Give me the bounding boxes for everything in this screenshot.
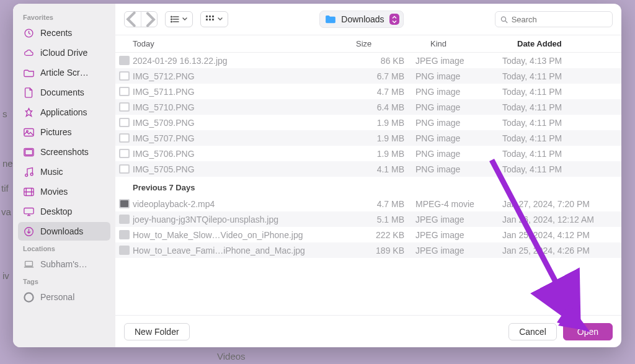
svg-rect-4 <box>25 149 32 155</box>
file-name: IMG_5712.PNG <box>133 71 341 81</box>
column-header[interactable]: Today Size Kind Date Added <box>115 35 621 53</box>
file-kind: PNG image <box>415 102 502 112</box>
view-list-button[interactable] <box>165 11 193 27</box>
file-thumb-icon <box>119 87 130 96</box>
chevron-down-icon <box>182 17 187 21</box>
sidebar-item-label: iCloud Drive <box>40 48 87 58</box>
location-updown-icon <box>389 14 399 25</box>
sidebar-heading: Favorites <box>13 10 115 23</box>
search-field[interactable] <box>495 11 613 27</box>
laptop-icon <box>23 259 34 270</box>
search-input[interactable] <box>512 15 607 24</box>
svg-rect-24 <box>206 19 208 20</box>
cancel-button[interactable]: Cancel <box>508 323 557 340</box>
new-folder-button[interactable]: New Folder <box>124 323 190 340</box>
chevron-down-icon <box>218 17 223 21</box>
file-row[interactable]: IMG_5712.PNG6.7 MBPNG imageToday, 4:11 P… <box>115 68 621 84</box>
sidebar-item-documents[interactable]: Documents <box>18 83 110 102</box>
col-size[interactable]: Size <box>356 39 430 48</box>
file-thumb-icon <box>119 133 130 143</box>
sidebar-item-music[interactable]: Music <box>18 162 110 181</box>
sidebar-item-article-scr-[interactable]: Article Scr… <box>18 63 110 82</box>
sidebar-item-screenshots[interactable]: Screenshots <box>18 143 110 161</box>
doc-icon <box>23 87 34 98</box>
open-dialog: FavoritesRecentsiCloud DriveArticle Scr…… <box>13 4 621 347</box>
file-date: Jan 25, 2024, 4:12 PM <box>502 230 621 240</box>
file-row[interactable]: IMG_5711.PNG4.7 MBPNG imageToday, 4:11 P… <box>115 84 621 99</box>
group-heading: Previous 7 Days <box>115 177 621 196</box>
file-name: IMG_5706.PNG <box>133 149 341 159</box>
file-row[interactable]: IMG_5709.PNG1.9 MBPNG imageToday, 4:11 P… <box>115 115 621 130</box>
col-name[interactable]: Today <box>133 39 356 48</box>
file-kind: PNG image <box>415 164 502 174</box>
sidebar-item-pictures[interactable]: Pictures <box>18 123 110 141</box>
file-date: Today, 4:11 PM <box>502 149 621 159</box>
camera-icon <box>23 146 34 158</box>
search-icon <box>500 16 508 24</box>
file-row[interactable]: How_to_Leave_Fami…iPhone_and_Mac.jpg189 … <box>115 242 621 258</box>
location-label: Downloads <box>341 14 384 24</box>
svg-point-20 <box>171 21 172 22</box>
file-name: IMG_5707.PNG <box>133 133 341 143</box>
file-row[interactable]: IMG_5707.PNG1.9 MBPNG imageToday, 4:11 P… <box>115 130 621 146</box>
sidebar-item-label: Screenshots <box>40 147 89 157</box>
sidebar-heading: Tags <box>13 274 115 287</box>
file-kind: PNG image <box>415 118 502 128</box>
desktop-icon <box>23 206 34 217</box>
file-name: IMG_5705.PNG <box>133 164 341 174</box>
file-name: How_to_Leave_Fami…iPhone_and_Mac.jpg <box>133 246 341 255</box>
file-row[interactable]: How_to_Make_Slow…Video_on_iPhone.jpg222 … <box>115 227 621 242</box>
sidebar-item-applications[interactable]: Applications <box>18 103 110 122</box>
sidebar-item-recents[interactable]: Recents <box>18 24 110 42</box>
file-row[interactable]: videoplayback-2.mp44.7 MBMPEG-4 movieJan… <box>115 196 621 211</box>
file-name: videoplayback-2.mp4 <box>133 199 341 209</box>
sidebar-item-subham-s-[interactable]: Subham's… <box>18 255 110 273</box>
svg-rect-13 <box>25 261 32 266</box>
file-row[interactable]: IMG_5705.PNG4.1 MBPNG imageToday, 4:11 P… <box>115 161 621 177</box>
film-icon <box>23 186 34 197</box>
col-date-added[interactable]: Date Added <box>517 39 621 48</box>
file-row[interactable]: 2024-01-29 16.13.22.jpg86 KBJPEG imageTo… <box>115 53 621 68</box>
svg-rect-11 <box>24 208 33 213</box>
sidebar-item-icloud-drive[interactable]: iCloud Drive <box>18 43 110 62</box>
svg-rect-21 <box>206 16 208 17</box>
sidebar-item-label: Downloads <box>40 226 83 236</box>
sidebar-item-movies[interactable]: Movies <box>18 182 110 201</box>
toolbar: Downloads <box>115 4 621 35</box>
col-kind[interactable]: Kind <box>430 39 517 48</box>
sidebar-heading: Locations <box>13 241 115 254</box>
file-thumb-icon <box>119 102 130 112</box>
nav-back-button[interactable] <box>125 12 141 27</box>
file-date: Jan 25, 2024, 4:26 PM <box>502 246 621 255</box>
location-popup[interactable]: Downloads <box>319 11 403 28</box>
file-date: Today, 4:11 PM <box>502 118 621 128</box>
file-row[interactable]: joey-huang-jg3NTQilepo-unsplash.jpg5.1 M… <box>115 211 621 227</box>
file-size: 4.7 MB <box>341 87 415 97</box>
open-button[interactable]: Open <box>563 323 613 340</box>
sidebar-item-label: Pictures <box>40 127 72 137</box>
nav-forward-button[interactable] <box>141 12 157 27</box>
file-name: IMG_5710.PNG <box>133 102 341 112</box>
file-row[interactable]: IMG_5710.PNG6.4 MBPNG imageToday, 4:11 P… <box>115 99 621 115</box>
file-row[interactable]: IMG_5706.PNG1.9 MBPNG imageToday, 4:11 P… <box>115 146 621 161</box>
file-date: Today, 4:11 PM <box>502 87 621 97</box>
file-kind: MPEG-4 movie <box>415 199 502 209</box>
file-thumb-icon <box>119 149 130 158</box>
svg-rect-26 <box>212 19 214 20</box>
view-grid-button[interactable] <box>200 11 228 27</box>
file-size: 4.1 MB <box>341 164 415 174</box>
sidebar-item-downloads[interactable]: Downloads <box>18 222 110 241</box>
file-list[interactable]: 2024-01-29 16.13.22.jpg86 KBJPEG imageTo… <box>115 53 621 315</box>
sidebar-item-desktop[interactable]: Desktop <box>18 202 110 221</box>
file-kind: JPEG image <box>415 215 502 224</box>
bg-ne: ne <box>2 158 13 169</box>
file-thumb-icon <box>119 246 130 255</box>
cloud-icon <box>23 47 34 58</box>
svg-point-5 <box>25 174 27 176</box>
bg-va: va <box>1 206 11 217</box>
dialog-footer: New Folder Cancel Open <box>115 315 621 347</box>
download-icon <box>23 226 34 237</box>
sidebar-item-personal[interactable]: Personal <box>18 288 110 306</box>
file-date: Today, 4:11 PM <box>502 102 621 112</box>
file-date: Jan 27, 2024, 7:20 PM <box>502 199 621 209</box>
